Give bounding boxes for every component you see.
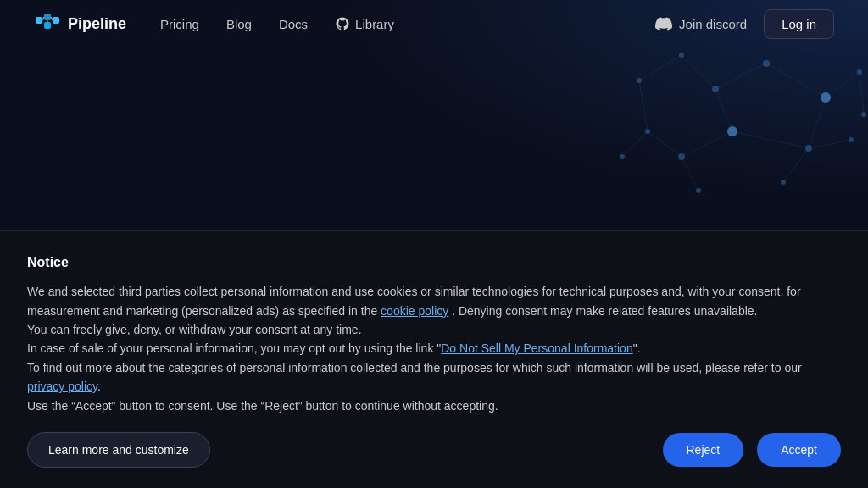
- pipeline-logo-icon: [34, 10, 61, 37]
- notice-body-line3: You can freely give, deny, or withdraw y…: [27, 323, 362, 336]
- svg-line-2: [809, 97, 826, 148]
- svg-line-37: [42, 17, 44, 20]
- nav-library-label: Library: [355, 17, 394, 31]
- svg-point-18: [857, 69, 862, 75]
- svg-line-1: [826, 72, 860, 97]
- discord-link[interactable]: Join discord: [655, 15, 747, 32]
- svg-point-25: [645, 129, 650, 134]
- notice-body: We and selected third parties collect pe…: [27, 282, 841, 415]
- svg-line-4: [783, 148, 809, 182]
- svg-rect-35: [53, 17, 59, 24]
- svg-point-28: [620, 154, 625, 159]
- logo[interactable]: Pipeline: [34, 10, 126, 37]
- notice-body-line6: To find out more about the categories of…: [27, 361, 802, 374]
- svg-line-14: [639, 55, 682, 80]
- svg-point-24: [678, 153, 685, 160]
- reject-button[interactable]: Reject: [663, 433, 744, 467]
- nav-docs[interactable]: Docs: [279, 17, 308, 31]
- github-icon: [335, 16, 350, 31]
- notice-title: Notice: [27, 255, 841, 270]
- svg-line-12: [622, 131, 648, 157]
- svg-line-5: [715, 64, 766, 89]
- cookie-policy-link[interactable]: cookie policy: [381, 304, 448, 318]
- nav-pricing[interactable]: Pricing: [160, 17, 199, 31]
- svg-point-22: [712, 86, 719, 92]
- login-button[interactable]: Log in: [764, 9, 834, 39]
- privacy-policy-link[interactable]: privacy policy: [27, 380, 97, 393]
- svg-point-26: [696, 188, 701, 193]
- svg-line-6: [715, 89, 732, 131]
- cookie-notice: Notice We and selected third parties col…: [0, 230, 868, 488]
- svg-point-21: [781, 180, 786, 185]
- svg-rect-33: [36, 17, 42, 24]
- nav-library[interactable]: Library: [335, 16, 394, 31]
- nav-links: Pricing Blog Docs Library: [160, 16, 655, 31]
- svg-point-19: [805, 145, 812, 152]
- svg-line-10: [682, 157, 698, 191]
- svg-line-9: [648, 131, 682, 157]
- svg-rect-36: [44, 22, 51, 29]
- svg-point-29: [679, 53, 684, 58]
- notice-body-line5: ".: [633, 341, 641, 355]
- svg-point-30: [637, 78, 642, 83]
- svg-line-11: [860, 72, 864, 114]
- learn-more-button[interactable]: Learn more and customize: [27, 432, 210, 468]
- notice-body-line8: Use the “Accept” button to consent. Use …: [27, 399, 498, 413]
- accept-button[interactable]: Accept: [757, 433, 841, 467]
- svg-point-31: [821, 92, 831, 103]
- notice-body-line2: . Denying consent may make related featu…: [452, 304, 757, 318]
- svg-point-16: [763, 60, 770, 67]
- notice-body-line4: In case of sale of your personal informa…: [27, 341, 441, 355]
- notice-body-line7: .: [97, 380, 101, 393]
- do-not-sell-link[interactable]: Do Not Sell My Personal Information: [441, 341, 632, 355]
- network-decoration: [597, 47, 868, 208]
- svg-line-38: [51, 17, 53, 20]
- svg-line-13: [682, 55, 715, 89]
- logo-text: Pipeline: [68, 15, 126, 33]
- svg-point-27: [861, 112, 866, 117]
- nav-right: Join discord Log in: [655, 9, 834, 39]
- svg-line-0: [766, 64, 826, 97]
- discord-icon: [655, 15, 672, 32]
- svg-line-3: [809, 140, 851, 148]
- svg-point-32: [727, 126, 737, 136]
- svg-rect-34: [44, 14, 51, 20]
- discord-label: Join discord: [679, 17, 747, 31]
- nav-blog[interactable]: Blog: [226, 17, 252, 31]
- svg-line-15: [639, 80, 648, 131]
- svg-line-8: [682, 131, 732, 157]
- svg-point-20: [849, 137, 854, 142]
- notice-actions: Learn more and customize Reject Accept: [27, 432, 841, 468]
- navbar: Pipeline Pricing Blog Docs Library Join …: [0, 0, 868, 47]
- svg-line-7: [732, 131, 809, 148]
